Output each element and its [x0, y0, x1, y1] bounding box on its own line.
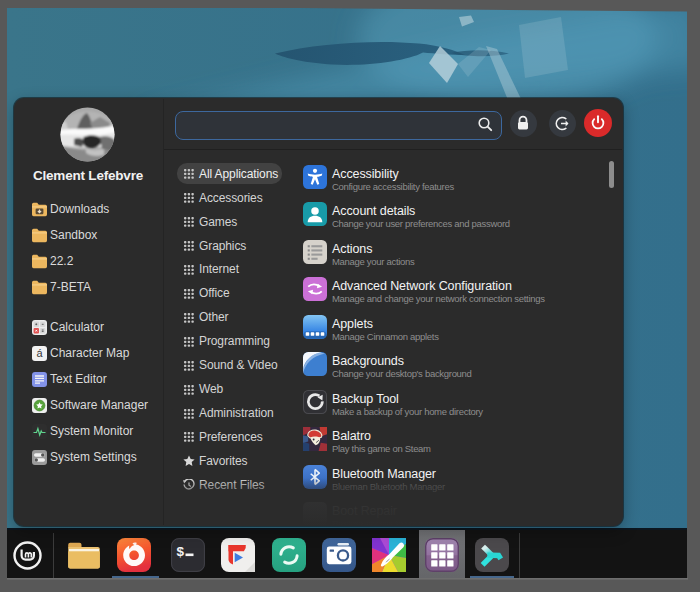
svg-text:á: á — [36, 347, 43, 359]
svg-text:$: $ — [177, 544, 185, 559]
